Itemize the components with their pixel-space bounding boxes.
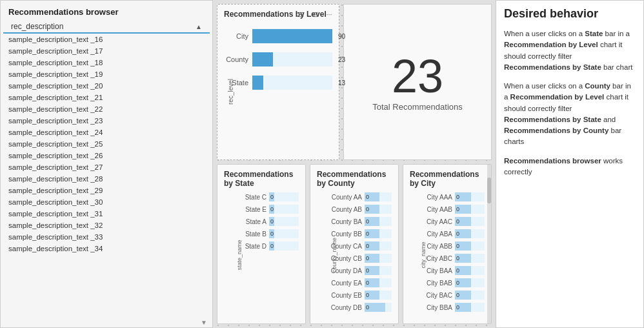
hbar-bar-wrap: 0 (365, 303, 392, 312)
hbar-bar-wrap: 0 (455, 229, 485, 238)
state-y-axis-label: state_name (236, 240, 243, 270)
list-item[interactable]: sample_description_text _26 (1, 150, 212, 161)
hbar-value: 0 (456, 243, 459, 249)
hbar-row[interactable]: State C0 (233, 192, 299, 202)
hbar-bar-wrap: 0 (365, 192, 392, 201)
level-bar-fill (252, 52, 273, 67)
hbar-bar-wrap: 0 (455, 217, 485, 226)
desired-title: Desired behavior (504, 7, 636, 21)
county-bars-container: county_name County AA0County AB0County B… (317, 192, 392, 318)
list-item[interactable]: sample_description_text _22 (1, 103, 212, 115)
list-item[interactable]: sample_description_text _20 (1, 80, 212, 92)
hbar-value: 0 (366, 255, 369, 261)
hbar-row[interactable]: County AB0 (326, 204, 392, 214)
hbar-bar-wrap: 0 (365, 205, 392, 214)
hbar-row[interactable]: City AAC0 (419, 216, 485, 227)
hbar-row[interactable]: City AAA0 (419, 192, 485, 202)
hbar-row[interactable]: County BA0 (326, 216, 392, 227)
county-y-axis-label: county_name (331, 238, 337, 272)
expand-icon[interactable]: ⊡ (309, 8, 321, 20)
hbar-row[interactable]: County EB0 (326, 290, 392, 300)
top-row: ⊟ ⊡ ··· Recommendations by Level City90C… (217, 4, 492, 160)
hbar-value: 0 (456, 231, 459, 237)
list-column-header: rec_description (11, 22, 196, 31)
hbar-bar-wrap: 0 (455, 192, 485, 201)
total-number: 23 (392, 53, 443, 99)
hbar-value: 0 (270, 206, 274, 212)
level-bar-fill (252, 76, 263, 90)
hbar-bar-wrap: 0 (455, 254, 485, 263)
hbar-value: 0 (366, 267, 369, 274)
state-chart-panel: Recommendations by State state_name Stat… (217, 164, 306, 324)
hbar-row[interactable]: City BBA0 (419, 302, 485, 313)
hbar-row[interactable]: County EA0 (326, 278, 392, 288)
city-y-axis-label: city_name (420, 241, 427, 268)
hbar-label: County BB (326, 231, 362, 238)
hbar-value: 0 (456, 292, 459, 298)
hbar-row[interactable]: City BAB0 (419, 278, 485, 288)
hbar-value: 0 (366, 231, 369, 237)
hbar-row[interactable]: City BAA0 (419, 265, 485, 276)
list-item[interactable]: sample_description_text _17 (1, 45, 212, 57)
hbar-row[interactable]: City ABC0 (419, 253, 485, 263)
list-item[interactable]: sample_description_text _24 (1, 127, 212, 138)
scroll-down-indicator: ▼ (1, 318, 212, 327)
hbar-label: City AAA (419, 194, 452, 201)
desired-para-3: Recommendations browser works correctly (504, 156, 636, 178)
county-chart-panel: Recommendations by County county_name Co… (310, 164, 399, 324)
hbar-value: 0 (456, 255, 459, 261)
level-bar-wrap: 90 (252, 29, 332, 43)
hbar-row[interactable]: State B0 (233, 229, 299, 239)
filter-icon[interactable]: ⊟ (295, 8, 307, 20)
county-chart-title: Recommendations by County (317, 170, 392, 188)
list-item[interactable]: sample_description_text _18 (1, 57, 212, 68)
list-item[interactable]: sample_description_text _27 (1, 161, 212, 173)
scroll-up-icon[interactable]: ▲ (196, 23, 202, 30)
hbar-bar-wrap: 0 (269, 205, 299, 214)
list-item[interactable]: sample_description_text _30 (1, 196, 212, 208)
city-chart-scrollbar[interactable] (487, 165, 491, 323)
hbar-row[interactable]: County DB0 (326, 302, 392, 313)
level-bar-value: 13 (338, 79, 345, 87)
list-item[interactable]: sample_description_text _31 (1, 208, 212, 220)
hbar-row[interactable]: City AAB0 (419, 204, 485, 214)
hbar-bar-wrap: 0 (365, 291, 392, 300)
level-bar-row[interactable]: City90 (224, 29, 332, 43)
hbar-label: County EB (326, 292, 362, 299)
list-item[interactable]: sample_description_text _21 (1, 92, 212, 103)
list-item[interactable]: sample_description_text _32 (1, 220, 212, 231)
hbar-value: 0 (456, 280, 459, 286)
list-item[interactable]: sample_description_text _34 (1, 243, 212, 254)
level-chart-panel: ⊟ ⊡ ··· Recommendations by Level City90C… (217, 4, 339, 160)
list-item[interactable]: sample_description_text _23 (1, 115, 212, 127)
list-item[interactable]: sample_description_text _16 (1, 34, 212, 45)
list-item[interactable]: sample_description_text _19 (1, 68, 212, 80)
level-bar-row[interactable]: County23 (224, 52, 332, 67)
level-bar-value: 23 (338, 56, 345, 63)
hbar-row[interactable]: State E0 (233, 204, 299, 214)
hbar-row[interactable]: State D0 (233, 241, 299, 251)
hbar-label: City AAB (419, 206, 452, 213)
hbar-value: 0 (456, 304, 459, 311)
hbar-row[interactable]: City ABA0 (419, 229, 485, 239)
list-item[interactable]: sample_description_text _25 (1, 138, 212, 150)
hbar-label: County AA (326, 194, 362, 201)
hbar-label: City BAC (419, 292, 452, 299)
hbar-row[interactable]: City BAC0 (419, 290, 485, 300)
list-item[interactable]: sample_description_text _28 (1, 173, 212, 185)
hbar-row[interactable]: City ABB0 (419, 241, 485, 251)
total-recommendations-panel: 23 Total Recommendations (343, 4, 492, 160)
hbar-row[interactable]: State A0 (233, 216, 299, 227)
level-bar-wrap: 13 (252, 76, 332, 90)
hbar-label: State B (233, 231, 267, 238)
hbar-row[interactable]: County AA0 (326, 192, 392, 202)
hbar-value: 0 (270, 194, 274, 200)
hbar-value: 0 (456, 218, 459, 225)
list-item[interactable]: sample_description_text _29 (1, 185, 212, 196)
browser-title: Recommendations browser (1, 1, 212, 21)
level-bar-row[interactable]: State13 (224, 76, 332, 90)
city-chart-panel: Recommendations by City city_name City A… (403, 164, 492, 324)
list-item[interactable]: sample_description_text _33 (1, 231, 212, 243)
hbar-bar-wrap: 0 (455, 205, 485, 214)
more-icon[interactable]: ··· (323, 8, 335, 20)
